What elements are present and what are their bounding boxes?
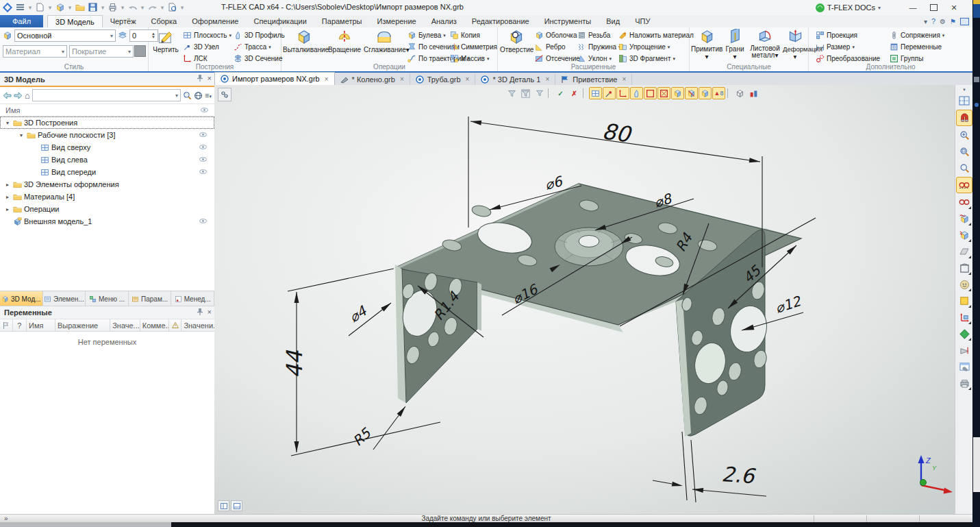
tree-search-input[interactable]: ▾ (32, 89, 181, 101)
workplane-mode-button[interactable] (218, 88, 231, 101)
variables-columns[interactable]: ? Имя Выражение Значе... Комме... Значен… (0, 319, 214, 332)
panel-tab-elements[interactable]: Элемен... (43, 291, 86, 306)
tree-item-materials[interactable]: ▸ Материалы [4] (0, 191, 214, 203)
filter-icon[interactable] (505, 87, 518, 99)
ribbon-extrude-button[interactable]: Выталкивание (283, 29, 325, 53)
tab-close-icon[interactable]: × (325, 75, 329, 83)
save-button[interactable] (87, 1, 99, 13)
select-node-toggle[interactable] (603, 87, 616, 99)
tab-close-icon[interactable]: × (466, 75, 470, 83)
panel-tab-manager[interactable]: Менед... (171, 291, 214, 306)
zoom-window-button[interactable] (957, 144, 972, 159)
toolbar-more-icon[interactable]: ▾ (963, 87, 966, 93)
open-button[interactable] (74, 1, 86, 13)
new-3d-document-button[interactable] (54, 1, 66, 13)
new-document-button[interactable] (34, 1, 46, 13)
isometry-button[interactable] (957, 326, 972, 341)
select-profile-toggle[interactable] (630, 87, 643, 99)
select-operation-toggle[interactable] (685, 87, 698, 99)
ribbon-item-dimension[interactable]: Размер▾ (816, 41, 880, 53)
menu-tab-tools[interactable]: Инструменты (537, 15, 599, 27)
ribbon-faces-button[interactable]: Грани▾ (723, 29, 746, 60)
expander-icon[interactable]: ▸ (4, 182, 11, 188)
maximize-button[interactable] (925, 1, 942, 14)
ribbon-item-copy[interactable]: Копия (450, 29, 497, 41)
select-lcs-toggle[interactable] (616, 87, 629, 99)
cancel-icon[interactable]: ✗ (568, 87, 581, 99)
menu-tab-analysis[interactable]: Анализ (424, 15, 464, 27)
select-body-toggle[interactable] (671, 87, 684, 99)
camera-button[interactable] (957, 343, 972, 358)
tree-item-3d-annotations[interactable]: ▸ 3D Элементы оформления (0, 178, 214, 191)
confirm-icon[interactable]: ✓ (554, 87, 567, 99)
eye-icon[interactable] (199, 143, 208, 151)
zoom-in-button[interactable] (957, 127, 972, 143)
filter-clear-icon[interactable] (533, 87, 546, 99)
ribbon-item-workplane[interactable]: Плоскость▾ (183, 29, 231, 41)
tab-close-icon[interactable]: × (545, 75, 549, 83)
workplane-display-button[interactable] (957, 244, 972, 259)
ribbon-item-array[interactable]: Массив▾ (450, 53, 497, 64)
tree-column-header[interactable]: Имя (0, 104, 214, 117)
expander-icon[interactable]: ▸ (4, 206, 11, 212)
ribbon-item-variables[interactable]: Переменные (890, 41, 944, 53)
ribbon-item-mates[interactable]: Сопряжения▾ (890, 29, 944, 41)
menu-icon[interactable] (14, 1, 26, 13)
shaded-button[interactable] (957, 228, 972, 243)
help-icon[interactable]: ? (931, 17, 935, 25)
wireframe-button[interactable] (957, 211, 972, 226)
ribbon-deform-button[interactable]: Деформация▾ (783, 29, 807, 60)
display-mode-button[interactable] (957, 195, 972, 210)
eye-icon[interactable] (199, 217, 208, 225)
ribbon-item-apply-material[interactable]: Наложить материал (618, 29, 694, 41)
tree-item-3d-constructions[interactable]: ▾ 3D Построения (0, 117, 214, 129)
expander-icon[interactable]: ▸ (4, 194, 11, 200)
ribbon-hole-button[interactable]: Отверстие (500, 29, 533, 53)
scene-options-button[interactable] (957, 359, 972, 374)
ribbon-item-thread[interactable]: Резьба (577, 29, 621, 41)
minimize-button[interactable]: — (904, 1, 922, 14)
select-solid-icon[interactable] (733, 87, 746, 99)
select-face-toggle[interactable] (657, 87, 670, 99)
move-view-button[interactable] (957, 310, 972, 325)
ribbon-item-projection[interactable]: Проекция (816, 29, 880, 41)
ribbon-item-trim[interactable]: Отсечение (535, 53, 580, 64)
ribbon-revolve-button[interactable]: Вращение (327, 29, 362, 53)
close-button[interactable]: ✕ (945, 1, 963, 14)
3d-viewport[interactable]: ✓ ✗ ▲8 (214, 85, 955, 514)
menu-tab-layout[interactable]: Оформление (184, 15, 246, 27)
ribbon-collapse-icon[interactable]: ▾ (924, 18, 927, 25)
list-options-icon[interactable]: ≡▾ (205, 91, 212, 99)
tree-item-view-left[interactable]: Вид слева (0, 154, 214, 166)
doc-tab-import[interactable]: Импорт размеров NX.grb× (214, 72, 335, 85)
ribbon-item-rib[interactable]: Ребро (535, 41, 580, 53)
select-annotation-toggle[interactable]: ▲8 (712, 87, 725, 99)
filter-dialog-icon[interactable] (519, 87, 532, 99)
select-workplane-toggle[interactable] (589, 87, 602, 99)
ribbon-item-shell[interactable]: Оболочка (535, 29, 580, 41)
search-icon[interactable] (183, 91, 192, 100)
panel-close-icon[interactable]: × (208, 74, 212, 82)
ribbon-item-3d-fragment[interactable]: 3D Фрагмент▾ (618, 53, 694, 64)
tree-item-external-model[interactable]: Внешняя модель_1 (0, 215, 214, 228)
expander-icon[interactable]: ▾ (4, 120, 11, 126)
style-select[interactable]: Основной▾ (14, 29, 116, 42)
select-fragment-toggle[interactable] (699, 87, 712, 99)
window-layout-icon[interactable] (960, 18, 969, 25)
preview-button[interactable] (166, 1, 178, 13)
menu-tab-bom[interactable]: Спецификации (246, 15, 314, 27)
hidden-lines-button[interactable] (956, 177, 972, 193)
menu-tab-drawing[interactable]: Чертёж (103, 15, 144, 27)
menu-tab-cnc[interactable]: ЧПУ (627, 15, 657, 27)
section-view-button[interactable] (957, 260, 972, 275)
menu-file[interactable]: Файл (0, 15, 43, 27)
menu-tab-assembly[interactable]: Сборка (144, 15, 185, 27)
eye-icon[interactable] (199, 130, 208, 139)
3d-model-part[interactable] (395, 184, 801, 437)
menu-tab-view[interactable]: Вид (599, 15, 627, 27)
ribbon-item-route[interactable]: Трасса▾ (234, 41, 285, 53)
tree-item-view-top[interactable]: Вид сверху (0, 141, 214, 154)
viewport-windows-button[interactable] (957, 93, 972, 108)
forward-icon[interactable] (14, 92, 23, 99)
filter-globe-icon[interactable] (194, 91, 203, 100)
